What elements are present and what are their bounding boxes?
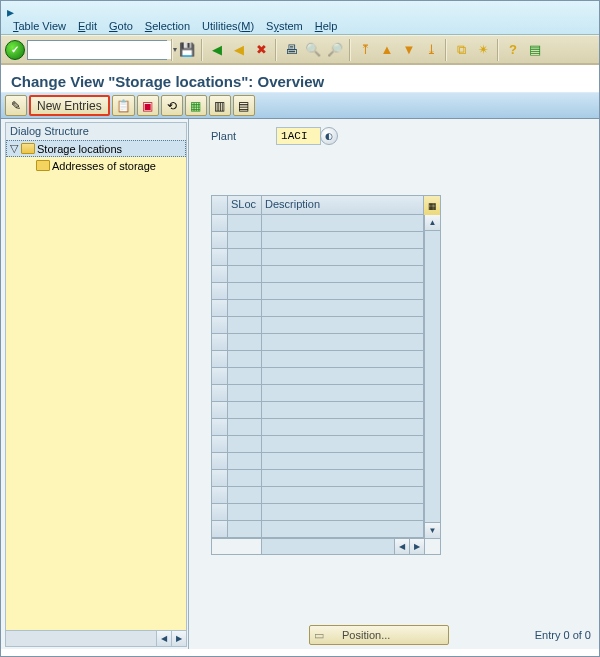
menu-item[interactable]: Help <box>315 20 338 32</box>
row-selector[interactable] <box>212 368 228 385</box>
next-page-icon[interactable]: ▼ <box>399 40 419 60</box>
row-selector[interactable] <box>212 249 228 266</box>
row-selector[interactable] <box>212 402 228 419</box>
row-selector[interactable] <box>212 504 228 521</box>
cell-sloc[interactable] <box>228 351 262 368</box>
cell-description[interactable] <box>262 266 424 283</box>
row-selector[interactable] <box>212 317 228 334</box>
print-icon[interactable]: 🖶 <box>281 40 301 60</box>
tree-node-addresses[interactable]: Addresses of storage <box>6 157 186 174</box>
row-selector[interactable] <box>212 470 228 487</box>
row-selector[interactable] <box>212 300 228 317</box>
cell-sloc[interactable] <box>228 436 262 453</box>
cell-sloc[interactable] <box>228 521 262 538</box>
cell-sloc[interactable] <box>228 300 262 317</box>
cell-sloc[interactable] <box>228 402 262 419</box>
menu-item[interactable]: Edit <box>78 20 97 32</box>
menu-item[interactable]: System <box>266 20 303 32</box>
scroll-right-icon[interactable]: ▶ <box>409 539 424 554</box>
menu-item[interactable]: Selection <box>145 20 190 32</box>
scroll-track[interactable] <box>425 231 440 522</box>
help-icon[interactable]: ? <box>503 40 523 60</box>
command-field[interactable] <box>28 41 172 59</box>
menu-item[interactable]: Goto <box>109 20 133 32</box>
select-block-button[interactable]: ▥ <box>209 95 231 116</box>
cell-description[interactable] <box>262 334 424 351</box>
session-icon[interactable]: ▸ <box>7 4 595 20</box>
cell-description[interactable] <box>262 300 424 317</box>
grid-select-all[interactable] <box>212 196 228 215</box>
save-icon[interactable]: 💾 <box>177 40 197 60</box>
new-session-icon[interactable]: ⧉ <box>451 40 471 60</box>
tree-node-storage-locations[interactable]: ▽ Storage locations <box>6 140 186 157</box>
cell-description[interactable] <box>262 487 424 504</box>
position-button[interactable]: ▭ Position... <box>309 625 449 645</box>
back-icon[interactable]: ◀ <box>207 40 227 60</box>
scroll-right-icon[interactable]: ▶ <box>171 631 186 646</box>
cell-description[interactable] <box>262 368 424 385</box>
scroll-track[interactable] <box>262 539 394 554</box>
scroll-left-icon[interactable]: ◀ <box>394 539 409 554</box>
last-page-icon[interactable]: ⤓ <box>421 40 441 60</box>
row-selector[interactable] <box>212 521 228 538</box>
delete-button[interactable]: ▣ <box>137 95 159 116</box>
undo-button[interactable]: ⟲ <box>161 95 183 116</box>
cell-sloc[interactable] <box>228 232 262 249</box>
new-entries-button[interactable]: New Entries <box>29 95 110 116</box>
cell-sloc[interactable] <box>228 334 262 351</box>
row-selector[interactable] <box>212 436 228 453</box>
cell-sloc[interactable] <box>228 470 262 487</box>
row-selector[interactable] <box>212 215 228 232</box>
scroll-up-icon[interactable]: ▲ <box>425 215 440 231</box>
cell-description[interactable] <box>262 249 424 266</box>
row-selector[interactable] <box>212 419 228 436</box>
cell-sloc[interactable] <box>228 249 262 266</box>
row-selector[interactable] <box>212 334 228 351</box>
other-view-button[interactable]: ✎ <box>5 95 27 116</box>
first-page-icon[interactable]: ⤒ <box>355 40 375 60</box>
cell-description[interactable] <box>262 232 424 249</box>
copy-button[interactable]: 📋 <box>112 95 135 116</box>
cell-description[interactable] <box>262 419 424 436</box>
cell-description[interactable] <box>262 521 424 538</box>
cell-description[interactable] <box>262 470 424 487</box>
deselect-all-button[interactable]: ▤ <box>233 95 255 116</box>
grid-col-description[interactable]: Description <box>262 196 424 215</box>
cell-description[interactable] <box>262 453 424 470</box>
shortcut-icon[interactable]: ✴ <box>473 40 493 60</box>
tree-toggle-icon[interactable]: ▽ <box>9 142 19 155</box>
scroll-track[interactable] <box>6 631 156 646</box>
cell-sloc[interactable] <box>228 385 262 402</box>
cell-description[interactable] <box>262 317 424 334</box>
menu-item[interactable]: Table View <box>13 20 66 32</box>
cell-sloc[interactable] <box>228 283 262 300</box>
grid-config-icon[interactable]: ▦ <box>424 196 440 215</box>
cancel-icon[interactable]: ✖ <box>251 40 271 60</box>
cell-sloc[interactable] <box>228 317 262 334</box>
cell-description[interactable] <box>262 351 424 368</box>
prev-page-icon[interactable]: ▲ <box>377 40 397 60</box>
row-selector[interactable] <box>212 487 228 504</box>
cell-description[interactable] <box>262 436 424 453</box>
enter-button[interactable]: ✓ <box>5 40 25 60</box>
cell-sloc[interactable] <box>228 453 262 470</box>
row-selector[interactable] <box>212 385 228 402</box>
row-selector[interactable] <box>212 266 228 283</box>
cell-sloc[interactable] <box>228 504 262 521</box>
cell-sloc[interactable] <box>228 266 262 283</box>
row-selector[interactable] <box>212 283 228 300</box>
cell-description[interactable] <box>262 402 424 419</box>
exit-icon[interactable]: ◀ <box>229 40 249 60</box>
select-all-button[interactable]: ▦ <box>185 95 207 116</box>
cell-sloc[interactable] <box>228 215 262 232</box>
menu-item[interactable]: Utilities(M) <box>202 20 254 32</box>
scroll-left-icon[interactable]: ◀ <box>156 631 171 646</box>
row-selector[interactable] <box>212 351 228 368</box>
f4-help-icon[interactable]: ◐ <box>320 127 338 145</box>
row-selector[interactable] <box>212 232 228 249</box>
grid-col-sloc[interactable]: SLoc <box>228 196 262 215</box>
row-selector[interactable] <box>212 453 228 470</box>
cell-sloc[interactable] <box>228 419 262 436</box>
plant-input[interactable]: 1ACI <box>276 127 321 145</box>
cell-description[interactable] <box>262 504 424 521</box>
